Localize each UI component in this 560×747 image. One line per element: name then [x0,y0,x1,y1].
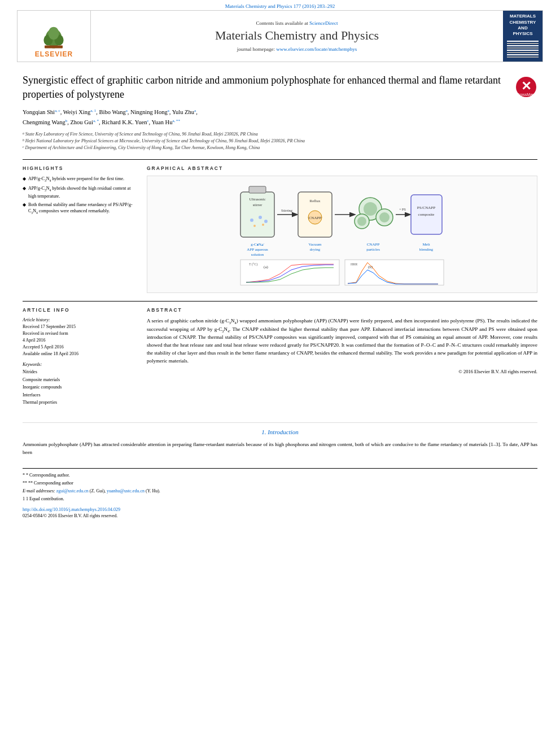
email-1[interactable]: zgui@ustc.edu.cn [56,488,89,493]
elsevier-logo: ELSEVIER [35,27,73,58]
journal-citation: Materials Chemistry and Physics 177 (201… [225,3,335,9]
keyword-3: Inorganic compounds [23,383,135,391]
svg-point-4 [49,27,59,40]
available-date: Available online 18 April 2016 [23,351,135,357]
cover-decorative-lines [507,40,539,59]
svg-text:APP aqueous: APP aqueous [247,247,268,252]
graphical-abstract-label: GRAPHICAL ABSTRACT [147,165,537,171]
svg-text:Stirring: Stirring [281,208,293,212]
svg-text:Vacuum: Vacuum [309,242,322,247]
graphical-abstract-col: GRAPHICAL ABSTRACT Ultrasonic stirrer [147,165,537,293]
highlight-item-2: ◆ APP/g-C3N4 hybrids showed the high res… [23,185,135,199]
svg-text:CNAPP: CNAPP [367,242,380,247]
keywords-label: Keywords: [23,362,135,367]
highlight-text-2: APP/g-C3N4 hybrids showed the high resid… [28,185,135,199]
author-yuan-hu: Yuan Hu [151,119,172,125]
highlights-col: HIGHLIGHTS ◆ APP/g-C3N4 hybrids were pre… [23,165,135,293]
svg-point-14 [259,216,262,219]
svg-point-16 [253,225,256,227]
svg-text:HRR: HRR [351,263,357,266]
author-bibo-wang: Bibo Wang [99,109,126,115]
corresponding-author-2: ** ** Corresponding author [23,480,537,486]
svg-text:stirrer: stirrer [253,203,262,207]
received-date: Received 17 September 2015 [23,324,135,330]
article-info-abstract-section: ARTICLE INFO Article history: Received 1… [23,301,537,411]
title-row: Synergistic effect of graphitic carbon n… [23,73,537,102]
author-ningning-hong: Ningning Hong [130,109,168,115]
journal-top-link[interactable]: Materials Chemistry and Physics 177 (201… [0,0,560,10]
highlight-item-1: ◆ APP/g-C3N4 hybrids were prepared for t… [23,176,135,183]
abstract-text: A series of graphitic carbon nitride (g-… [147,317,537,365]
svg-text:Ultrasonic: Ultrasonic [249,197,265,202]
bullet-icon-2: ◆ [23,185,26,199]
email-label: E-mail addresses: [23,488,55,493]
page-wrapper: Materials Chemistry and Physics 177 (201… [0,0,560,524]
authors-line: Yongqian Shia, c, Weiyi Xinga, 1, Bibo W… [23,107,537,128]
author-richard-yuen: Richard K.K. Yuen [102,119,147,125]
svg-rect-5 [45,46,63,49]
accepted-date: Accepted 5 April 2016 [23,344,135,351]
keyword-1: Nitrides [23,368,135,376]
abstract-label: ABSTRACT [147,307,537,313]
crossmark-icon[interactable]: ✕ CrossMark [515,76,537,98]
article-info-label: ARTICLE INFO [23,307,135,313]
author-yulu-zhu: Yulu Zhu [172,109,194,115]
svg-text:+ PS: + PS [399,208,406,211]
affil-b: b Hefei National Laboratory for Physical… [23,138,537,145]
keyword-2: Composite materials [23,376,135,384]
elsevier-label: ELSEVIER [35,50,73,58]
corresponding-author-1: * * Corresponding author. [23,472,537,478]
journal-cover: MATERIALSCHEMISTRY ANDPHYSICS [503,11,542,62]
copyright-line: © 2016 Elsevier B.V. All rights reserved… [147,369,537,374]
svg-point-17 [262,224,264,226]
keywords-list: Nitrides Composite materials Inorganic c… [23,368,135,407]
introduction-heading: 1. Introduction [23,429,537,435]
sciencedirect-link[interactable]: ScienceDirect [309,20,338,26]
revised-date: 4 April 2016 [23,337,135,344]
journal-homepage-url[interactable]: www.elsevier.com/locate/matchemphys [276,46,357,52]
email-2[interactable]: yuanhu@ustc.edu.cn [107,488,145,493]
keyword-4: Interfaces [23,391,135,399]
journal-title: Materials Chemistry and Physics [215,28,379,43]
author-yongqian-shi: Yongqian Shi [23,109,55,115]
affil-b-text: Hefei National Laboratory for Physical S… [25,138,305,145]
email-2-name: (Y. Hu). [146,488,160,493]
footer-notes: * * Corresponding author. ** ** Correspo… [23,468,537,518]
affiliations: a State Key Laboratory of Fire Science, … [23,131,537,151]
svg-text:drying: drying [310,247,321,252]
svg-text:Reflux: Reflux [309,199,321,203]
svg-text:g-C₃N₄/: g-C₃N₄/ [251,242,264,247]
svg-point-13 [250,219,253,222]
bullet-icon-3: ◆ [23,202,26,216]
elsevier-logo-area: ELSEVIER [18,11,91,62]
author-weiyi-xing: Weiyi Xing [63,109,90,115]
article-info-col: ARTICLE INFO Article history: Received 1… [23,307,135,411]
issn-line: 0254-0584/© 2016 Elsevier B.V. All right… [23,513,537,518]
svg-point-34 [379,212,390,222]
email-addresses: E-mail addresses: zgui@ustc.edu.cn (Z. G… [23,488,537,494]
affil-a: a State Key Laboratory of Fire Science, … [23,131,537,138]
svg-text:composite: composite [418,212,435,217]
graphical-abstract-box: Ultrasonic stirrer g-C₃N₄/ APP aqueous s… [147,176,537,293]
journal-homepage-line: journal homepage: www.elsevier.com/locat… [237,46,357,52]
bullet-icon-1: ◆ [23,176,26,183]
affil-a-text: State Key Laboratory of Fire Science, Un… [25,131,258,138]
highlight-text-1: APP/g-C3N4 hybrids were prepared for the… [28,176,124,183]
author-zhou-gui: Zhou Gui [70,119,93,125]
affil-c: c Department of Architecture and Civil E… [23,145,537,151]
svg-text:T (°C): T (°C) [249,263,257,267]
svg-rect-49 [345,260,444,285]
highlight-item-3: ◆ Both thermal stability and flame retar… [23,202,135,216]
svg-text:blending: blending [419,247,434,252]
elsevier-tree-icon [37,27,71,49]
svg-rect-10 [249,186,266,193]
introduction-text: Ammonium polyphosphate (APP) has attract… [23,441,537,457]
article-history-block: Article history: Received 17 September 2… [23,317,135,357]
svg-text:CNAPP: CNAPP [309,216,322,220]
corresponding-star-2: ** [23,480,27,486]
svg-text:PS/CNAPP: PS/CNAPP [417,206,435,210]
equal-contribution: 1 1 Equal contribution. [23,496,537,502]
doi-link[interactable]: http://dx.doi.org/10.1016/j.matchemphys.… [23,507,120,512]
article-content: Synergistic effect of graphitic carbon n… [0,62,560,524]
doi-line: http://dx.doi.org/10.1016/j.matchemphys.… [23,507,537,512]
